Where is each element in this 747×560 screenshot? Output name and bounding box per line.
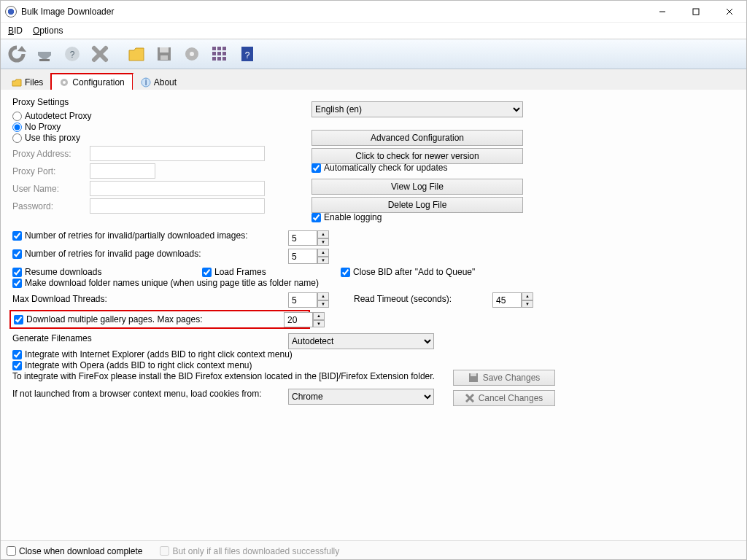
max-threads-spinner[interactable]: ▲▼ bbox=[288, 292, 329, 308]
load-frames-checkbox[interactable]: Load Frames bbox=[202, 267, 266, 277]
proxy-pass-label: Password: bbox=[12, 201, 90, 211]
tab-about-label: About bbox=[154, 77, 177, 88]
gear-icon bbox=[59, 77, 69, 88]
multi-pages-checkbox[interactable]: Download multiple gallery pages. Max pag… bbox=[14, 314, 202, 324]
retries-page-checkbox[interactable]: Number of retries for invalid page downl… bbox=[12, 249, 201, 259]
statusbar: Close when download complete But only if… bbox=[1, 540, 746, 560]
chevron-down-icon: ▼ bbox=[522, 300, 533, 308]
language-select[interactable]: English (en) bbox=[311, 101, 523, 117]
chevron-up-icon: ▲ bbox=[317, 249, 329, 257]
integrate-ie-checkbox[interactable]: Integrate with Internet Explorer (adds B… bbox=[12, 349, 293, 359]
svg-rect-11 bbox=[160, 47, 169, 52]
svg-rect-22 bbox=[217, 57, 221, 61]
help-sheet-icon[interactable]: ? bbox=[59, 41, 85, 67]
save-icon[interactable] bbox=[151, 41, 177, 67]
integrate-opera-checkbox[interactable]: Integrate with Opera (adds BID to right … bbox=[12, 360, 252, 370]
multi-pages-spinner[interactable]: ▲▼ bbox=[284, 312, 325, 327]
gear-icon[interactable] bbox=[179, 41, 205, 67]
chevron-up-icon: ▲ bbox=[317, 230, 329, 238]
svg-rect-12 bbox=[160, 55, 168, 60]
svg-rect-19 bbox=[217, 52, 221, 55]
window-controls bbox=[646, 1, 746, 23]
info-icon: i bbox=[141, 77, 151, 88]
radio-use-this[interactable]: Use this proxy bbox=[12, 133, 265, 143]
maximize-button[interactable] bbox=[679, 1, 713, 23]
svg-rect-20 bbox=[222, 52, 226, 55]
save-changes-button[interactable]: Save Changes bbox=[453, 370, 555, 386]
generate-filenames-label: Generate Filenames bbox=[12, 333, 92, 343]
advanced-config-button[interactable]: Advanced Configuration bbox=[311, 130, 523, 146]
read-timeout-spinner[interactable]: ▲▼ bbox=[492, 292, 533, 308]
tab-strip: Files Configuration i About bbox=[1, 69, 746, 90]
svg-rect-16 bbox=[217, 47, 221, 50]
enable-logging-checkbox[interactable]: Enable logging bbox=[311, 212, 382, 222]
menu-options[interactable]: Options bbox=[33, 26, 63, 36]
svg-point-27 bbox=[63, 81, 66, 84]
grid-icon[interactable] bbox=[206, 41, 233, 67]
read-timeout-label: Read Timeout (seconds): bbox=[354, 294, 452, 304]
save-icon bbox=[468, 373, 479, 383]
titlebar-left: Bulk Image Downloader bbox=[5, 6, 114, 18]
svg-rect-31 bbox=[471, 373, 476, 376]
cookies-select[interactable]: Chrome bbox=[288, 389, 434, 405]
close-bid-checkbox[interactable]: Close BID after "Add to Queue" bbox=[341, 267, 475, 277]
chevron-down-icon: ▼ bbox=[317, 257, 329, 265]
generate-filenames-select[interactable]: Autodetect bbox=[288, 333, 434, 349]
svg-rect-21 bbox=[212, 57, 216, 61]
chevron-down-icon: ▼ bbox=[313, 320, 325, 328]
config-panel: Proxy Settings Autodetect Proxy No Proxy… bbox=[1, 90, 746, 540]
app-icon bbox=[5, 6, 17, 18]
window-title: Bulk Image Downloader bbox=[21, 7, 114, 17]
proxy-legend: Proxy Settings bbox=[12, 97, 69, 107]
svg-point-14 bbox=[190, 52, 194, 56]
close-icon[interactable] bbox=[87, 41, 113, 67]
delete-log-button[interactable]: Delete Log File bbox=[311, 197, 523, 213]
auto-update-checkbox[interactable]: Automatically check for updates bbox=[311, 163, 447, 173]
view-log-button[interactable]: View Log File bbox=[311, 179, 523, 195]
multi-pages-row: Download multiple gallery pages. Max pag… bbox=[9, 310, 310, 329]
tab-about[interactable]: i About bbox=[133, 74, 185, 90]
chevron-up-icon: ▲ bbox=[317, 292, 329, 300]
chevron-up-icon: ▲ bbox=[522, 292, 533, 300]
proxy-port-input[interactable] bbox=[90, 163, 155, 179]
close-icon bbox=[465, 394, 474, 402]
svg-rect-15 bbox=[212, 47, 216, 50]
tab-files-label: Files bbox=[25, 77, 43, 88]
download-icon[interactable] bbox=[31, 41, 58, 67]
unique-folder-checkbox[interactable]: Make download folder names unique (when … bbox=[12, 278, 319, 288]
check-version-button[interactable]: Click to check for newer version bbox=[311, 148, 523, 164]
retries-invalid-checkbox[interactable]: Number of retries for invalid/partially … bbox=[12, 230, 247, 241]
svg-rect-1 bbox=[693, 9, 699, 15]
tab-configuration-label: Configuration bbox=[72, 77, 124, 88]
svg-rect-23 bbox=[222, 57, 226, 61]
svg-rect-18 bbox=[212, 52, 216, 55]
chevron-down-icon: ▼ bbox=[317, 238, 329, 246]
chevron-up-icon: ▲ bbox=[313, 312, 325, 320]
svg-text:i: i bbox=[144, 77, 147, 88]
proxy-user-label: User Name: bbox=[12, 184, 90, 194]
titlebar: Bulk Image Downloader bbox=[1, 1, 746, 23]
retries-invalid-spinner[interactable]: ▲▼ bbox=[288, 230, 329, 246]
only-if-all-checkbox: But only if all files downloaded success… bbox=[160, 546, 339, 556]
tab-configuration[interactable]: Configuration bbox=[51, 74, 132, 90]
proxy-address-input[interactable] bbox=[90, 146, 265, 161]
close-button[interactable] bbox=[713, 1, 746, 23]
tab-files[interactable]: Files bbox=[4, 74, 51, 90]
proxy-address-label: Proxy Address: bbox=[12, 149, 90, 159]
refresh-icon[interactable] bbox=[4, 41, 30, 67]
radio-no-proxy[interactable]: No Proxy bbox=[12, 122, 265, 132]
proxy-port-label: Proxy Port: bbox=[12, 166, 90, 176]
folder-icon[interactable] bbox=[123, 41, 150, 67]
menubar: BID Options bbox=[1, 23, 746, 39]
retries-page-spinner[interactable]: ▲▼ bbox=[288, 249, 329, 264]
question-icon[interactable]: ? bbox=[234, 41, 260, 67]
proxy-user-input[interactable] bbox=[90, 181, 265, 196]
cancel-changes-button[interactable]: Cancel Changes bbox=[453, 390, 555, 406]
menu-bid[interactable]: BID bbox=[8, 26, 23, 36]
svg-text:?: ? bbox=[245, 50, 250, 61]
radio-autodetect[interactable]: Autodetect Proxy bbox=[12, 111, 265, 121]
minimize-button[interactable] bbox=[646, 1, 679, 23]
close-when-complete-checkbox[interactable]: Close when download complete bbox=[7, 546, 142, 556]
resume-downloads-checkbox[interactable]: Resume downloads bbox=[12, 267, 101, 277]
proxy-pass-input[interactable] bbox=[90, 198, 265, 214]
